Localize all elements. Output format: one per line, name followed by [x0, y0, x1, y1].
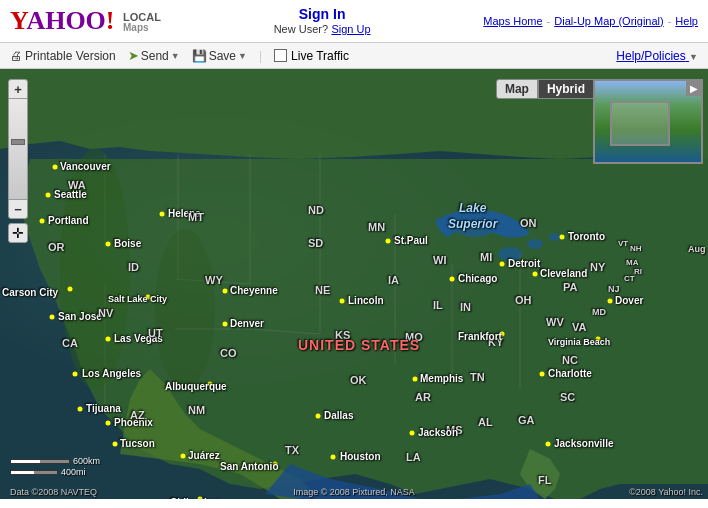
city-dot-juarez [181, 454, 186, 459]
city-label-juarez: Juárez [188, 450, 220, 461]
map-container[interactable]: + − ✛ Map Hybrid Satellite ▶ Vancouver S… [0, 69, 708, 499]
header-right: Maps Home - Dial-Up Map (Original) - Hel… [483, 15, 698, 27]
city-dot-jacksonville [546, 442, 551, 447]
state-label-wi: WI [433, 254, 446, 266]
city-dot-chicago [450, 277, 455, 282]
state-label-wv: WV [546, 316, 564, 328]
city-dot-detroit [500, 262, 505, 267]
city-label-denver: Denver [230, 318, 264, 329]
live-traffic-toggle[interactable]: Live Traffic [274, 49, 349, 63]
hybrid-view-button[interactable]: Hybrid [538, 79, 594, 99]
map-footer-left: Data ©2008 NAVTEQ [10, 487, 97, 497]
city-dot-phoenix [106, 421, 111, 426]
state-label-sd: SD [308, 237, 323, 249]
city-label-houston: Houston [340, 451, 381, 462]
zoom-slider[interactable] [8, 99, 28, 199]
new-user-text: New User? [274, 23, 328, 35]
label-on: ON [520, 217, 537, 229]
sign-up-link[interactable]: Sign Up [331, 23, 370, 35]
city-dot-carsoncity [68, 287, 73, 292]
scale-km-label: 600km [73, 456, 100, 466]
city-label-stpaul: St.Paul [394, 235, 428, 246]
city-dot-portland [40, 219, 45, 224]
state-label-nc: NC [562, 354, 578, 366]
state-label-pa: PA [563, 281, 577, 293]
zoom-out-button[interactable]: − [8, 199, 28, 219]
state-label-mn: MN [368, 221, 385, 233]
state-label-co: CO [220, 347, 237, 359]
city-label-albuquerque: Albuquerque [165, 381, 227, 392]
minimap-viewport-rect[interactable] [610, 101, 670, 146]
send-chevron-icon: ▼ [171, 51, 180, 61]
city-dot-helena [160, 212, 165, 217]
state-label-nh: NH [630, 244, 642, 253]
state-label-or: OR [48, 241, 65, 253]
state-label-ut: UT [148, 327, 163, 339]
city-dot-stpaul [386, 239, 391, 244]
city-label-dover: Dover [615, 295, 643, 306]
print-icon: 🖨 [10, 49, 22, 63]
city-label-memphis: Memphis [420, 373, 463, 384]
city-label-virginiabeach: Virginia Beach [548, 337, 610, 347]
state-label-ca: CA [62, 337, 78, 349]
city-dot-dover [608, 299, 613, 304]
state-label-mt: MT [188, 211, 204, 223]
city-dot-memphis [413, 377, 418, 382]
city-label-sanjose: San Jose [58, 311, 102, 322]
state-label-nj: NJ [608, 284, 620, 294]
zoom-in-button[interactable]: + [8, 79, 28, 99]
dialup-map-link[interactable]: Dial-Up Map (Original) [554, 15, 663, 27]
label-aug: Aug [688, 244, 706, 254]
maps-text: Maps [123, 23, 161, 33]
help-link[interactable]: Help [675, 15, 698, 27]
city-dot-toronto [560, 235, 565, 240]
city-label-frankfort: Frankfort [458, 331, 502, 342]
state-label-id: ID [128, 261, 139, 273]
city-dot-lincoln [340, 299, 345, 304]
save-button[interactable]: 💾 Save ▼ [192, 49, 247, 63]
help-chevron-icon: ▼ [689, 52, 698, 62]
state-label-sc: SC [560, 391, 575, 403]
state-label-wy: WY [205, 274, 223, 286]
state-label-ia: IA [388, 274, 399, 286]
state-label-va: VA [572, 321, 586, 333]
svg-point-3 [527, 239, 543, 249]
state-label-az: AZ [130, 409, 145, 421]
scale-bar: 600km 400mi [10, 456, 100, 477]
state-label-mi: MI [480, 251, 492, 263]
zoom-thumb[interactable] [11, 139, 25, 145]
state-label-ne: NE [315, 284, 330, 296]
city-dot-cleveland [533, 272, 538, 277]
svg-point-17 [155, 229, 215, 389]
city-dot-sanjose [50, 315, 55, 320]
header: YAHOO! LOCAL Maps Sign In New User? Sign… [0, 0, 708, 43]
header-center: Sign In New User? Sign Up [274, 6, 371, 36]
header-left: YAHOO! LOCAL Maps [10, 6, 161, 36]
city-dot-lasvegas [106, 337, 111, 342]
minimap[interactable]: ▶ [593, 79, 703, 164]
sign-in-link[interactable]: Sign In [299, 6, 346, 22]
help-policies-link[interactable]: Help/Policies [616, 49, 689, 63]
save-chevron-icon: ▼ [238, 51, 247, 61]
maps-home-link[interactable]: Maps Home [483, 15, 542, 27]
send-icon: ➤ [128, 48, 139, 63]
state-label-ar: AR [415, 391, 431, 403]
city-dot-boise [106, 242, 111, 247]
state-label-ny: NY [590, 261, 605, 273]
minimap-collapse-button[interactable]: ▶ [686, 81, 701, 96]
map-view-button[interactable]: Map [496, 79, 538, 99]
city-label-lincoln: Lincoln [348, 295, 384, 306]
state-label-ma: MA [626, 258, 638, 267]
traffic-checkbox[interactable] [274, 49, 287, 62]
city-label-cheyenne: Cheyenne [230, 285, 278, 296]
pan-button[interactable]: ✛ [8, 223, 28, 243]
state-label-ri: RI [634, 267, 642, 276]
city-label-cleveland: Cleveland [540, 268, 587, 279]
send-button[interactable]: ➤ Send ▼ [128, 48, 180, 63]
scale-mi-label: 400mi [61, 467, 86, 477]
print-button[interactable]: 🖨 Printable Version [10, 49, 116, 63]
state-label-fl: FL [538, 474, 551, 486]
city-label-vancouver: Vancouver [60, 161, 111, 172]
city-dot-cheyenne [223, 289, 228, 294]
state-label-oh: OH [515, 294, 532, 306]
